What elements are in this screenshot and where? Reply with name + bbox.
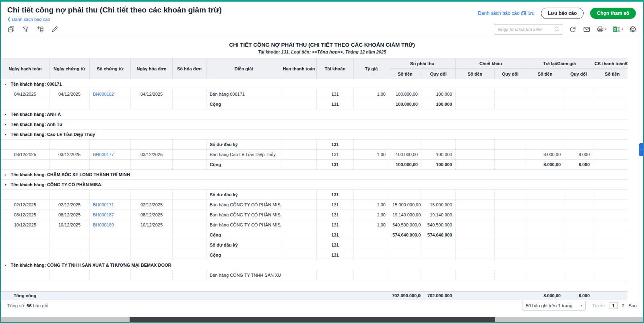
cell — [131, 190, 173, 200]
excel-export-icon — [613, 26, 621, 33]
next-page-button[interactable]: Sau — [629, 303, 637, 308]
prev-page-button[interactable]: Trước — [592, 303, 605, 308]
page-2-button[interactable]: 2 — [622, 303, 624, 308]
table-row: Số dư đầu kỳ131 — [1, 190, 628, 200]
cell — [1, 99, 50, 109]
settings-icon[interactable] — [629, 25, 637, 33]
voucher-link[interactable]: BH000177 — [93, 152, 114, 157]
chevron-down-icon: ▾ — [621, 27, 623, 31]
cell: 100.000,00 — [389, 89, 421, 99]
column-header[interactable]: Hạn thanh toán — [281, 58, 317, 79]
column-header[interactable]: Ngày hóa đơn — [131, 58, 173, 79]
print-button[interactable]: ▾ — [597, 26, 607, 33]
duplicate-report-icon[interactable] — [7, 25, 15, 33]
scrollbar-thumb[interactable] — [130, 317, 495, 322]
column-header[interactable]: Số chứng từ — [90, 58, 131, 79]
cell — [564, 230, 593, 240]
cell — [173, 99, 206, 109]
cell — [50, 99, 90, 109]
cell — [281, 230, 317, 240]
column-group-header[interactable]: Chiết khấu — [456, 58, 526, 69]
cell: 131 — [317, 250, 354, 260]
group-label: Tên khách hàng: CÔNG TY CỔ PHẦN MISA — [10, 182, 101, 187]
voucher-link[interactable]: BH000189 — [93, 222, 114, 227]
cell — [456, 270, 495, 280]
cell: 8.000 — [564, 160, 593, 170]
cell — [281, 250, 317, 260]
horizontal-scrollbar[interactable] — [1, 317, 643, 322]
cell: 8.000 — [564, 150, 593, 160]
column-group-header[interactable]: CK thanh toán/Gi — [593, 58, 627, 69]
column-group-header[interactable]: Trả lại/Giảm giá — [526, 58, 593, 69]
cell — [1, 240, 50, 250]
cell — [1, 270, 50, 280]
chevron-down-icon: ▾ — [605, 27, 607, 31]
column-group-header[interactable]: Số phải thu — [389, 58, 456, 69]
column-header[interactable]: Tài khoản — [317, 58, 354, 79]
expand-triangle-icon: ► — [4, 113, 7, 116]
cell: 131 — [317, 89, 354, 99]
cell — [495, 150, 526, 160]
excel-export-button[interactable]: ▾ — [613, 26, 623, 33]
column-header[interactable]: Ngày chứng từ — [50, 58, 90, 79]
cell — [456, 89, 495, 99]
column-subheader[interactable]: Số tiền — [389, 69, 421, 79]
page-footer: Tổng số: 56 bản ghi 50 bản ghi trên 1 tr… — [1, 300, 643, 311]
voucher-link[interactable]: BH000182 — [93, 92, 114, 97]
group-row[interactable]: ▼Tên khách hàng: 000171 — [1, 79, 628, 89]
voucher-link[interactable]: BH000187 — [93, 212, 114, 217]
cell — [456, 240, 495, 250]
cell — [456, 220, 495, 230]
column-header[interactable]: Số hóa đơn — [173, 58, 206, 79]
cell: 1,00 — [354, 200, 389, 210]
column-header[interactable]: Diễn giải — [206, 58, 281, 79]
collapse-panel-tab[interactable]: ‹ — [639, 143, 643, 156]
cell — [456, 200, 495, 210]
cell — [593, 150, 627, 160]
cell: 02/12/2025 — [131, 200, 173, 210]
grand-total-value: 702.090.000,00 — [389, 292, 421, 300]
cell — [281, 160, 317, 170]
mail-icon[interactable] — [583, 25, 590, 33]
add-column-icon[interactable] — [36, 25, 44, 33]
voucher-link[interactable]: BH000171 — [93, 202, 114, 207]
table-row: Bán hàng CÔNG TY TNHH SẢN XUẤT — [1, 270, 628, 280]
back-link[interactable]: ❮ Danh sách báo cáo — [7, 17, 50, 22]
cell — [173, 150, 206, 160]
column-subheader[interactable]: Quy đổi — [564, 69, 593, 79]
filter-icon[interactable] — [22, 25, 29, 33]
column-subheader[interactable]: Số tiền — [456, 69, 495, 79]
cell — [1, 250, 50, 260]
group-row[interactable]: ►Tên khách hàng: CHĂM SÓC XE LONG THÀNH … — [1, 170, 628, 180]
page-size-select[interactable]: 50 bản ghi trên 1 trang ▾ — [522, 301, 586, 311]
cell — [593, 220, 627, 230]
cell: 131 — [317, 240, 354, 250]
choose-params-button[interactable]: Chọn tham số — [590, 8, 636, 19]
save-report-button[interactable]: Lưu báo cáo — [541, 8, 584, 19]
group-row[interactable]: ▼Tên khách hàng: CÔNG TY CỔ PHẦN MISA — [1, 180, 628, 190]
cell: 131 — [317, 160, 354, 170]
search-input[interactable] — [497, 27, 554, 32]
group-row[interactable]: ►Tên khách hàng: ANH Á — [1, 109, 628, 119]
cell — [90, 250, 131, 260]
column-subheader[interactable]: Quy đổi — [495, 69, 526, 79]
column-header[interactable]: Ngày hạch toán — [1, 58, 50, 79]
page-1-button[interactable]: 1 — [609, 302, 618, 309]
cell — [90, 160, 131, 170]
group-row[interactable]: ▼Tên khách hàng: Cao Lê Trần Diệp Thủy — [1, 130, 628, 140]
column-subheader[interactable]: Số tiền — [593, 69, 627, 79]
refresh-icon[interactable] — [569, 25, 577, 33]
group-row[interactable]: ▼Tên khách hàng: CÔNG TY TNHH SẢN XUẤT &… — [1, 260, 628, 270]
column-header[interactable]: Tỷ giá — [354, 58, 389, 79]
report-table: Ngày hạch toánNgày chứng từSố chứng từNg… — [1, 58, 627, 280]
cell: 15.000.000 — [421, 200, 456, 210]
cell — [317, 270, 354, 280]
edit-icon[interactable] — [51, 25, 58, 33]
cell: 02/12/2025 — [1, 200, 50, 210]
cell — [593, 210, 627, 220]
column-subheader[interactable]: Quy đổi — [421, 69, 456, 79]
group-row[interactable]: ►Tên khách hàng: Anh Tú — [1, 119, 628, 130]
cell — [526, 210, 564, 220]
saved-reports-link[interactable]: Danh sách báo cáo đã lưu — [478, 10, 535, 16]
column-subheader[interactable]: Số tiền — [526, 69, 564, 79]
